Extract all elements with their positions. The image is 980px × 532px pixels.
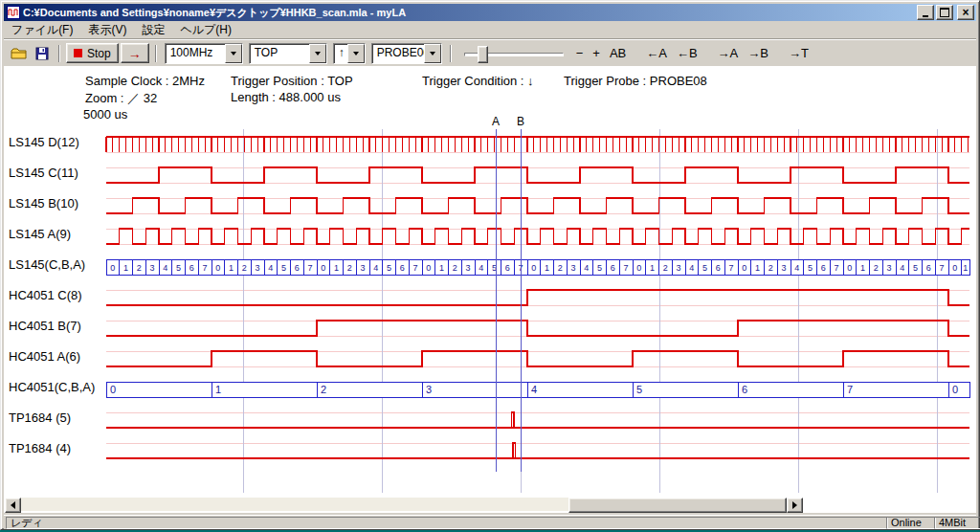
svg-text:6: 6 [716,263,721,273]
svg-text:2: 2 [137,263,142,273]
trigger-position-value: TOP [250,44,309,63]
status-online: Online [886,517,936,529]
wave-channel: 0123456701234567012345670123456701234567… [106,259,969,275]
waveform-display[interactable]: 0123456701234567012345670123456701234567… [1,114,980,497]
statusbar: レディ Online 4MBit [4,515,976,529]
svg-text:0: 0 [742,263,746,273]
svg-text:4: 4 [479,263,483,273]
run-arrow-icon: → [128,47,142,60]
slider-thumb[interactable] [478,46,488,63]
wave-channel [106,229,969,244]
svg-text:5: 5 [597,263,602,273]
wave-channel [106,167,969,183]
svg-text:5: 5 [808,263,813,273]
menu-view[interactable]: 表示(V) [80,21,134,39]
menu-file[interactable]: ファイル(F) [4,21,80,39]
toolbar-separator [450,45,452,62]
wave-channel [106,412,969,428]
menubar: ファイル(F) 表示(V) 設定 ヘルプ(H) [4,21,976,39]
stop-button[interactable]: Stop [66,43,119,63]
svg-text:5: 5 [913,263,918,273]
svg-text:0: 0 [110,263,115,273]
trigger-position-combobox[interactable]: TOP [249,43,327,64]
svg-text:2: 2 [874,263,879,273]
wave-channel: 012345670 [106,382,969,397]
jump-b-right-button[interactable]: →B [744,45,772,61]
svg-text:0: 0 [847,263,852,273]
open-file-button[interactable] [9,44,30,63]
save-button[interactable] [32,44,53,63]
svg-text:3: 3 [150,263,155,273]
ab-button[interactable]: AB [606,45,630,61]
svg-text:2: 2 [768,263,773,273]
chevron-down-icon[interactable] [424,44,441,63]
wave-channel [106,443,969,458]
chevron-down-icon[interactable] [309,44,326,63]
svg-text:7: 7 [624,263,629,273]
menu-help[interactable]: ヘルプ(H) [172,21,239,39]
scrollbar-track[interactable] [21,498,787,511]
chevron-down-icon[interactable] [225,44,242,63]
svg-text:6: 6 [505,263,510,273]
scroll-right-button[interactable] [787,498,803,513]
sample-clock-value: 100MHz [166,44,225,63]
minimize-icon [923,15,928,17]
svg-text:3: 3 [782,263,787,273]
svg-text:5: 5 [176,263,181,273]
status-memory: 4MBit [934,517,980,529]
floppy-icon [35,47,49,60]
trigger-probe-combobox[interactable]: PROBE00 [371,43,442,64]
svg-text:1: 1 [334,263,339,273]
svg-text:4: 4 [689,263,694,273]
maximize-button[interactable] [936,5,953,20]
svg-text:0: 0 [952,263,957,273]
jump-a-left-button[interactable]: ←A [642,45,671,61]
trigger-probe-info: Trigger Probe : PROBE08 [564,74,707,88]
svg-text:2: 2 [347,263,352,273]
cursor-label: A [492,115,500,128]
jump-a-right-button[interactable]: →A [714,45,743,61]
zoom-out-button[interactable]: − [572,45,588,61]
svg-text:6: 6 [400,263,405,273]
svg-text:5: 5 [636,384,642,395]
scrollbar-thumb[interactable] [568,498,787,513]
sample-clock-info: Sample Clock : 2MHz [85,74,205,88]
trigger-condition-info: Trigger Condition : ↓ [422,74,534,88]
zoom-in-button[interactable]: + [589,45,604,61]
svg-text:0: 0 [952,384,958,395]
chevron-down-icon[interactable] [347,44,365,63]
svg-text:1: 1 [545,263,549,273]
wave-channel [106,198,969,213]
titlebar[interactable]: C:¥Documents and Settings¥noname¥デスクトップ¥… [4,4,976,21]
svg-text:1: 1 [860,263,865,273]
svg-text:2: 2 [663,263,668,273]
menu-settings[interactable]: 設定 [134,21,172,39]
svg-text:2: 2 [321,384,326,395]
horizontal-scrollbar[interactable] [5,498,803,511]
trigger-edge-combobox[interactable]: ↑ [333,43,366,64]
jump-b-left-button[interactable]: ←B [673,45,702,61]
svg-text:5: 5 [387,263,391,273]
svg-text:0: 0 [426,263,431,273]
trigger-edge-value: ↑ [334,44,347,63]
zoom-slider[interactable] [462,44,566,63]
sample-clock-combobox[interactable]: 100MHz [165,43,243,64]
svg-text:0: 0 [531,263,536,273]
jump-trigger-button[interactable]: →T [785,45,813,61]
minimize-button[interactable] [917,5,934,20]
run-button[interactable]: → [121,43,149,63]
svg-text:2: 2 [558,263,563,273]
zoom-info: Zoom : ／ 32 [85,90,157,107]
svg-text:7: 7 [729,263,734,273]
svg-text:4: 4 [794,263,799,273]
svg-text:3: 3 [466,263,471,273]
svg-text:0: 0 [215,263,220,273]
svg-text:6: 6 [742,384,747,395]
wave-channel [106,351,969,366]
scroll-left-button[interactable] [5,498,21,513]
close-icon: × [962,7,969,18]
svg-text:1: 1 [123,263,128,273]
svg-text:0: 0 [110,384,116,395]
svg-text:3: 3 [361,263,366,273]
close-button[interactable]: × [957,5,974,20]
